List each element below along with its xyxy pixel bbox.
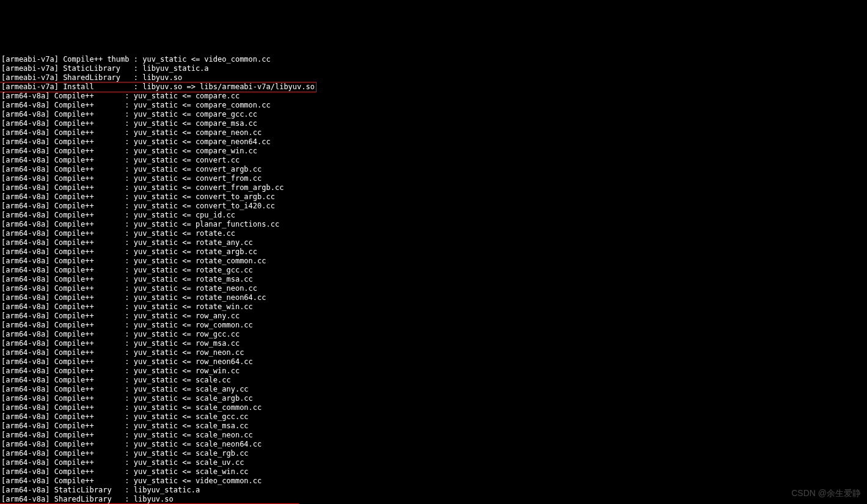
compile-line: [arm64-v8a] Compile++ : yuv_static <= sc… [1,449,866,458]
compile-line: [arm64-v8a] Compile++ : yuv_static <= co… [1,192,866,202]
compile-line: [arm64-v8a] Compile++ : yuv_static <= ro… [1,275,866,284]
compile-line: [arm64-v8a] Compile++ : yuv_static <= co… [1,137,866,147]
compile-line: [arm64-v8a] Compile++ : yuv_static <= ro… [1,330,866,339]
compile-line: [arm64-v8a] Compile++ : yuv_static <= sc… [1,467,866,477]
compile-line: [arm64-v8a] Compile++ : yuv_static <= co… [1,165,866,174]
compile-line: [arm64-v8a] Compile++ : yuv_static <= pl… [1,220,866,229]
compile-line: [armeabi-v7a] StaticLibrary : libyuv_sta… [1,64,866,73]
compile-line: [arm64-v8a] Compile++ : yuv_static <= ro… [1,348,866,357]
compile-line: [arm64-v8a] Compile++ : yuv_static <= co… [1,183,866,192]
compile-line: [arm64-v8a] Compile++ : yuv_static <= vi… [1,477,866,486]
compile-line: [arm64-v8a] Compile++ : yuv_static <= ro… [1,257,866,266]
compile-line: [arm64-v8a] Compile++ : yuv_static <= ro… [1,229,866,238]
compile-line: [arm64-v8a] Compile++ : yuv_static <= ro… [1,367,866,376]
compile-line: [arm64-v8a] Compile++ : yuv_static <= sc… [1,385,866,394]
compile-line: [arm64-v8a] Compile++ : yuv_static <= co… [1,174,866,183]
compile-line: [arm64-v8a] Compile++ : yuv_static <= co… [1,92,866,101]
compile-line: [arm64-v8a] Compile++ : yuv_static <= ro… [1,266,866,275]
compile-line: [arm64-v8a] Compile++ : yuv_static <= sc… [1,376,866,385]
compile-line: [arm64-v8a] Compile++ : yuv_static <= cp… [1,211,866,220]
compile-line: [arm64-v8a] Compile++ : yuv_static <= ro… [1,302,866,312]
compile-line: [arm64-v8a] SharedLibrary : libyuv.so [1,495,866,504]
compile-line: [arm64-v8a] Compile++ : yuv_static <= ro… [1,357,866,367]
compile-line: [arm64-v8a] Compile++ : yuv_static <= co… [1,202,866,211]
compile-line: [arm64-v8a] Compile++ : yuv_static <= ro… [1,312,866,321]
compile-line: [arm64-v8a] Compile++ : yuv_static <= ro… [1,284,866,293]
compile-line: [arm64-v8a] Compile++ : yuv_static <= co… [1,128,866,137]
compile-line: [arm64-v8a] Compile++ : yuv_static <= co… [1,110,866,119]
compile-line: [arm64-v8a] Compile++ : yuv_static <= ro… [1,339,866,348]
watermark: CSDN @余生爱静 [791,489,861,498]
compile-line: [arm64-v8a] Compile++ : yuv_static <= ro… [1,238,866,247]
terminal-output[interactable]: [armeabi-v7a] Compile++ thumb : yuv_stat… [0,37,867,504]
compile-line: [arm64-v8a] StaticLibrary : libyuv_stati… [1,486,866,495]
compile-line: [armeabi-v7a] SharedLibrary : libyuv.so [1,73,866,82]
compile-line: [arm64-v8a] Compile++ : yuv_static <= co… [1,156,866,165]
compile-line: [arm64-v8a] Compile++ : yuv_static <= co… [1,119,866,128]
compile-line: [arm64-v8a] Compile++ : yuv_static <= ro… [1,321,866,330]
compile-line: [arm64-v8a] Compile++ : yuv_static <= sc… [1,403,866,412]
compile-line: [armeabi-v7a] Compile++ thumb : yuv_stat… [1,55,866,64]
compile-line: [arm64-v8a] Compile++ : yuv_static <= sc… [1,422,866,431]
compile-line: [armeabi-v7a] Install : libyuv.so => lib… [1,82,866,92]
compile-line: [arm64-v8a] Compile++ : yuv_static <= sc… [1,440,866,449]
compile-line: [arm64-v8a] Compile++ : yuv_static <= ro… [1,293,866,302]
compile-line: [arm64-v8a] Compile++ : yuv_static <= sc… [1,412,866,422]
compile-line: [arm64-v8a] Compile++ : yuv_static <= sc… [1,431,866,440]
compile-line: [arm64-v8a] Compile++ : yuv_static <= sc… [1,458,866,467]
compile-line: [arm64-v8a] Compile++ : yuv_static <= co… [1,147,866,156]
compile-line: [arm64-v8a] Compile++ : yuv_static <= ro… [1,247,866,257]
compile-line: [arm64-v8a] Compile++ : yuv_static <= co… [1,101,866,110]
compile-line: [arm64-v8a] Compile++ : yuv_static <= sc… [1,394,866,403]
